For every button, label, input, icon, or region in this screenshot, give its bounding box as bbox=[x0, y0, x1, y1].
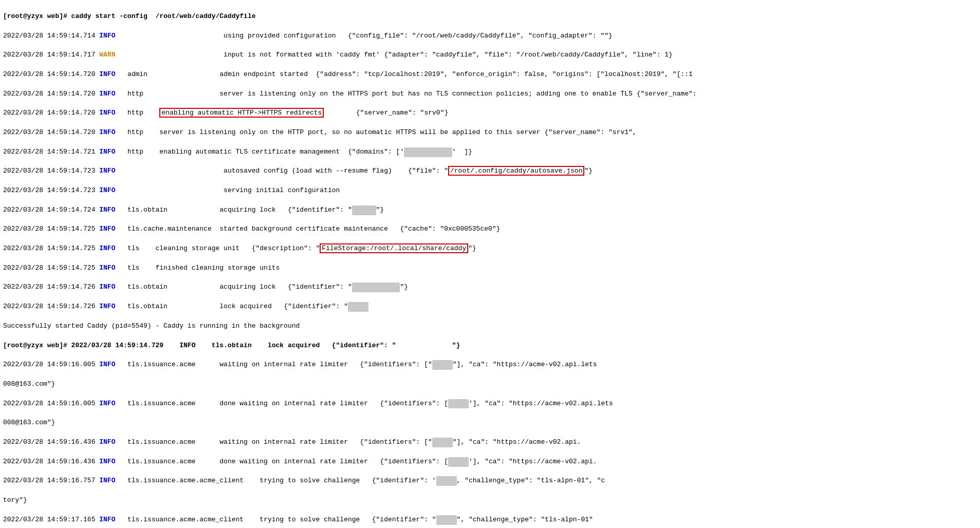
log-continuation-2: 008@163.com"} bbox=[3, 418, 977, 428]
log-line-16: 2022/03/28 14:59:14.726 INFO tls.obtain … bbox=[3, 302, 977, 312]
prompt-line-2: [root@yzyx web]# 2022/03/28 14:59:14.729… bbox=[3, 341, 977, 351]
log-line-11: 2022/03/28 14:59:14.724 INFO tls.obtain … bbox=[3, 205, 977, 215]
log-line-2: 2022/03/28 14:59:14.714 INFO using provi… bbox=[3, 31, 977, 41]
log-line-20: 2022/03/28 14:59:16.436 INFO tls.issuanc… bbox=[3, 438, 977, 447]
log-line-6: 2022/03/28 14:59:14.720 INFO http enabli… bbox=[3, 108, 977, 118]
log-line-10: 2022/03/28 14:59:14.723 INFO serving ini… bbox=[3, 186, 977, 196]
success-line: Successfully started Caddy (pid=5549) - … bbox=[3, 322, 977, 331]
log-line-23: 2022/03/28 14:59:17.165 INFO tls.issuanc… bbox=[3, 515, 977, 525]
log-line-4: 2022/03/28 14:59:14.720 INFO admin admin… bbox=[3, 70, 977, 80]
log-line-5: 2022/03/28 14:59:14.720 INFO http server… bbox=[3, 89, 977, 99]
terminal-output: [root@yzyx web]# caddy start -config /ro… bbox=[0, 0, 980, 528]
log-continuation-1: 008@163.com"} bbox=[3, 380, 977, 389]
prompt-line-1: [root@yzyx web]# caddy start -config /ro… bbox=[3, 12, 977, 22]
log-line-19: 2022/03/28 14:59:16.005 INFO tls.issuanc… bbox=[3, 399, 977, 409]
log-line-13: 2022/03/28 14:59:14.725 INFO tls cleanin… bbox=[3, 244, 977, 254]
log-line-9: 2022/03/28 14:59:14.723 INFO autosaved c… bbox=[3, 166, 977, 176]
log-line-21: 2022/03/28 14:59:16.436 INFO tls.issuanc… bbox=[3, 457, 977, 467]
highlight-filestorage: FileStorage:/root/.local/share/caddy bbox=[320, 243, 468, 253]
highlight-http-redirect: enabling automatic HTTP->HTTPS redirects bbox=[159, 108, 324, 118]
log-line-22: 2022/03/28 14:59:16.757 INFO tls.issuanc… bbox=[3, 476, 977, 486]
log-line-8: 2022/03/28 14:59:14.721 INFO http enabli… bbox=[3, 147, 977, 157]
log-continuation-3: tory"} bbox=[3, 496, 977, 505]
log-line-14: 2022/03/28 14:59:14.725 INFO tls finishe… bbox=[3, 263, 977, 273]
highlight-autosave: /root/.config/caddy/autosave.json bbox=[448, 166, 584, 176]
log-line-7: 2022/03/28 14:59:14.720 INFO http server… bbox=[3, 128, 977, 138]
log-line-3: 2022/03/28 14:59:14.717 WARN input is no… bbox=[3, 50, 977, 60]
log-line-15: 2022/03/28 14:59:14.726 INFO tls.obtain … bbox=[3, 282, 977, 292]
log-line-12: 2022/03/28 14:59:14.725 INFO tls.cache.m… bbox=[3, 224, 977, 234]
log-line-18: 2022/03/28 14:59:16.005 INFO tls.issuanc… bbox=[3, 360, 977, 370]
